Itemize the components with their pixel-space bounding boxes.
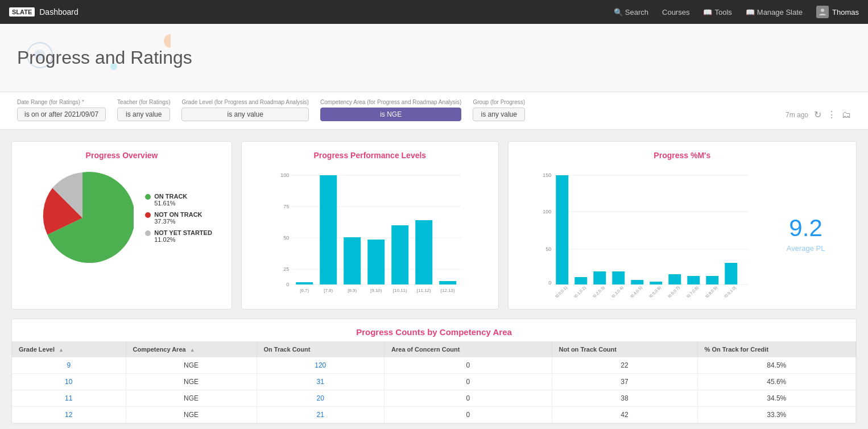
cell-grade[interactable]: 11 bbox=[12, 390, 126, 407]
progress-pcts-card: Progress %M's 150 100 50 0 bbox=[508, 141, 857, 310]
date-range-button[interactable]: is on or after 2021/09/07 bbox=[17, 108, 106, 121]
svg-rect-43 bbox=[631, 280, 643, 284]
folder-icon[interactable]: 🗂 bbox=[842, 110, 851, 120]
sort-grade-icon: ▲ bbox=[59, 347, 64, 353]
group-filter: Group (for Progress) is any value bbox=[473, 99, 525, 121]
svg-point-3 bbox=[164, 34, 171, 48]
competency-label: Competency Area (for Progress and Roadma… bbox=[320, 99, 461, 105]
cell-pct: 33.3% bbox=[697, 407, 855, 423]
col-pct-on-track[interactable]: % On Track for Credit bbox=[697, 341, 855, 357]
progress-pcts-title: Progress %M's bbox=[518, 151, 847, 160]
col-not-on-track[interactable]: Not on Track Count bbox=[552, 341, 697, 357]
svg-rect-44 bbox=[650, 282, 662, 284]
pie-legend: ON TRACK 51.61% NOT ON TRACK 37.37% bbox=[145, 193, 212, 243]
cell-grade[interactable]: 9 bbox=[12, 357, 126, 374]
svg-text:150: 150 bbox=[543, 172, 551, 178]
table-row: 10 NGE 31 0 37 45.6% bbox=[12, 374, 856, 390]
svg-rect-48 bbox=[725, 263, 737, 284]
cell-on-track[interactable]: 20 bbox=[257, 390, 385, 407]
svg-text:[9,10): [9,10) bbox=[370, 288, 382, 293]
svg-text:0: 0 bbox=[286, 282, 289, 287]
cell-on-track[interactable]: 31 bbox=[257, 374, 385, 390]
avatar bbox=[816, 6, 829, 18]
svg-text:[12,13): [12,13) bbox=[441, 288, 455, 293]
legend-not-started: NOT YET STARTED 11.02% bbox=[145, 229, 212, 243]
courses-nav[interactable]: Courses bbox=[662, 8, 689, 16]
header-band: Progress and Ratings bbox=[0, 24, 868, 92]
svg-text:100: 100 bbox=[543, 209, 551, 214]
user-name: Thomas bbox=[832, 8, 859, 16]
svg-rect-45 bbox=[668, 274, 681, 284]
navbar: SLATE Dashboard 🔍 Search Courses 📖 Tools… bbox=[0, 0, 868, 24]
teacher-label: Teacher (for Ratings) bbox=[117, 99, 170, 105]
col-on-track-count[interactable]: On Track Count bbox=[257, 341, 385, 357]
performance-levels-chart: 100 75 50 25 0 bbox=[251, 167, 489, 298]
more-options-icon[interactable]: ⋮ bbox=[827, 109, 836, 120]
progress-overview-title: Progress Overview bbox=[21, 151, 222, 160]
svg-text:[10,11): [10,11) bbox=[393, 288, 407, 293]
svg-rect-47 bbox=[706, 276, 718, 284]
cell-area-concern: 0 bbox=[385, 357, 552, 374]
svg-text:0: 0 bbox=[548, 280, 551, 286]
svg-rect-41 bbox=[593, 271, 606, 284]
not-on-track-dot bbox=[145, 212, 151, 218]
grade-level-button[interactable]: is any value bbox=[181, 108, 308, 121]
on-track-pct: 51.61% bbox=[154, 200, 187, 207]
bar-8-9 bbox=[344, 237, 361, 284]
cell-on-track[interactable]: 21 bbox=[257, 407, 385, 423]
group-button[interactable]: is any value bbox=[473, 108, 525, 121]
grade-level-label: Grade Level (for Progress and Roadmap An… bbox=[181, 99, 308, 105]
user-menu[interactable]: Thomas bbox=[816, 6, 859, 18]
filters-actions: 7m ago ↻ ⋮ 🗂 bbox=[786, 109, 851, 121]
svg-text:[8,9): [8,9) bbox=[348, 288, 357, 293]
legend-on-track: ON TRACK 51.61% bbox=[145, 193, 212, 207]
svg-text:[7,8): [7,8) bbox=[324, 288, 333, 293]
svg-text:100: 100 bbox=[280, 172, 289, 178]
tools-nav[interactable]: 📖 Tools bbox=[703, 8, 731, 16]
cell-competency: NGE bbox=[126, 374, 257, 390]
cell-area-concern: 0 bbox=[385, 407, 552, 423]
svg-rect-46 bbox=[687, 276, 700, 284]
grade-level-filter: Grade Level (for Progress and Roadmap An… bbox=[181, 99, 308, 121]
charts-row: Progress Overview bbox=[11, 141, 857, 310]
cell-pct: 34.5% bbox=[697, 390, 855, 407]
average-pl-label: Average PL bbox=[787, 244, 825, 253]
main-content: Progress Overview bbox=[0, 130, 868, 429]
manage-slate-nav[interactable]: 📖 Manage Slate bbox=[746, 8, 803, 16]
svg-text:50: 50 bbox=[545, 246, 551, 252]
performance-levels-card: Progress Performance Levels 100 75 50 25… bbox=[241, 141, 498, 310]
not-started-dot bbox=[145, 230, 151, 236]
not-on-track-pct: 37.37% bbox=[154, 218, 202, 225]
legend-not-on-track: NOT ON TRACK 37.37% bbox=[145, 211, 212, 225]
table-row: 9 NGE 120 0 22 84.5% bbox=[12, 357, 856, 374]
table-row: 12 NGE 21 0 42 33.3% bbox=[12, 407, 856, 423]
date-range-label: Date Range (for Ratings) * bbox=[17, 99, 106, 105]
progress-pcts-content: 150 100 50 0 bbox=[518, 167, 847, 300]
search-icon: 🔍 bbox=[614, 8, 623, 16]
progress-overview-card: Progress Overview bbox=[11, 141, 232, 310]
cell-grade[interactable]: 10 bbox=[12, 374, 126, 390]
manage-icon: 📖 bbox=[746, 8, 755, 16]
cell-competency: NGE bbox=[126, 407, 257, 423]
bar-11-12 bbox=[415, 220, 432, 284]
average-pl-value: 9.2 bbox=[789, 214, 822, 242]
col-competency-area[interactable]: Competency Area ▲ bbox=[126, 341, 257, 357]
search-nav[interactable]: 🔍 Search bbox=[614, 8, 648, 16]
refresh-icon[interactable]: ↻ bbox=[814, 109, 821, 120]
competency-button[interactable]: is NGE bbox=[320, 108, 461, 121]
cell-competency: NGE bbox=[126, 357, 257, 374]
svg-text:[0.5,0.6): [0.5,0.6) bbox=[648, 286, 662, 298]
col-grade-level[interactable]: Grade Level ▲ bbox=[12, 341, 126, 357]
col-area-concern[interactable]: Area of Concern Count bbox=[385, 341, 552, 357]
table-title: Progress Counts by Competency Area bbox=[12, 319, 856, 341]
cell-on-track[interactable]: 120 bbox=[257, 357, 385, 374]
sort-competency-icon: ▲ bbox=[190, 347, 195, 353]
svg-text:[0.8,0.9): [0.8,0.9) bbox=[705, 286, 718, 298]
teacher-button[interactable]: is any value bbox=[117, 108, 170, 121]
slate-logo: SLATE bbox=[9, 7, 35, 16]
bar-12-13 bbox=[439, 281, 456, 284]
svg-text:[0.0,0.1): [0.0,0.1) bbox=[555, 286, 568, 298]
not-on-track-label: NOT ON TRACK bbox=[154, 211, 202, 218]
cell-grade[interactable]: 12 bbox=[12, 407, 126, 423]
tools-icon: 📖 bbox=[703, 8, 712, 16]
